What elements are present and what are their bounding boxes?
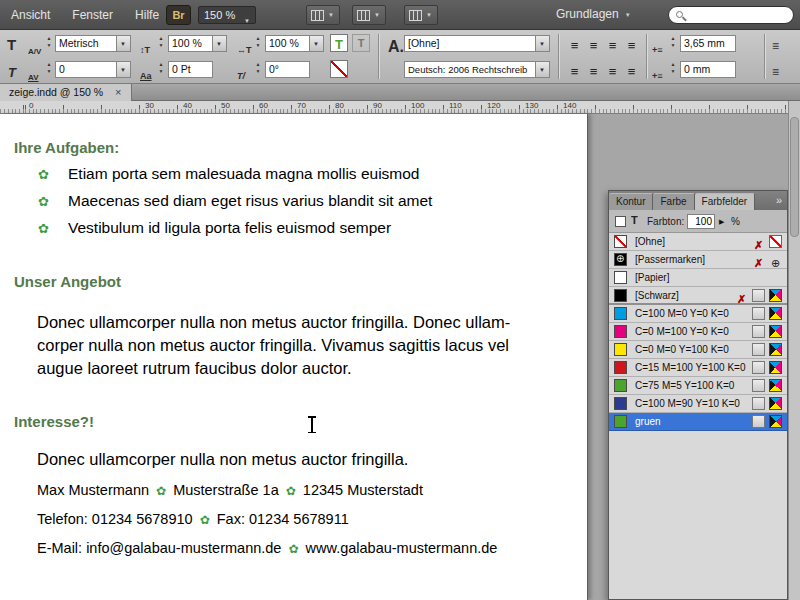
horizontal-scale-stepper[interactable] [253,35,263,52]
container-proxy-icon[interactable] [615,216,626,227]
document-page[interactable]: Ihre Aufgaben: ✿Etiam porta sem malesuad… [0,114,588,600]
kerning-dropdown[interactable] [117,35,131,52]
panel-options-icon[interactable] [772,62,779,80]
zoom-level-dropdown[interactable]: 150 % [198,6,256,24]
swatch-icons [752,379,782,392]
apply-to-text-icon[interactable] [352,34,370,52]
panel-tab-farbfelder[interactable]: Farbfelder [695,193,756,210]
baseline-shift-field[interactable]: 0 Pt [168,61,213,78]
view-options-button[interactable] [306,5,340,25]
text-fill-color-indicator[interactable] [330,34,348,52]
justify-button[interactable] [623,35,640,51]
swatch-icons [752,235,782,248]
screen-mode-button[interactable] [352,5,386,25]
align-left-button[interactable] [566,35,583,51]
justify-left-button[interactable] [566,61,583,77]
menu-item-hilfe[interactable]: Hilfe [124,0,170,30]
horizontal-scale-field[interactable]: 100 % [265,35,310,52]
kerning-field[interactable]: Metrisch [55,35,117,52]
justify-right-button[interactable] [604,61,621,77]
vertical-scale-stepper[interactable] [156,35,166,52]
skew-field[interactable]: 0° [265,61,310,78]
vertical-scale-dropdown[interactable] [213,35,227,52]
left-indent-field[interactable]: 3,65 mm [680,35,736,52]
kerning-stepper[interactable] [44,35,54,52]
document-tab[interactable]: zeige.indd @ 150 % × [0,84,132,101]
swatch-chip [614,235,627,248]
contact-line: E-Mail: info@galabau-mustermann.de ✿ www… [37,539,497,558]
registration-icon [769,253,782,266]
swatch-row[interactable]: [Papier] [609,269,787,287]
swatch-row[interactable]: C=0 M=100 Y=0 K=0 [609,323,787,341]
workspace-switcher[interactable]: Grundlagen [556,7,635,23]
tint-value-field[interactable]: 100 [687,214,715,229]
ruler-tick-label: 100 [411,101,424,110]
tracking-field[interactable]: 0 [55,61,117,78]
swatch-chip [614,361,627,374]
contact-lines: Max Mustermann ✿ Musterstraße 1a ✿ 12345… [37,481,497,568]
bridge-button[interactable]: Br [166,5,191,25]
swatch-row[interactable]: C=75 M=5 Y=100 K=0 [609,377,787,395]
flower-bullet-icon: ✿ [38,167,68,182]
baseline-shift-stepper[interactable] [156,61,166,78]
right-indent-field[interactable]: 0 mm [680,61,736,78]
tracking-stepper[interactable] [44,61,54,78]
swatch-chip [614,253,627,266]
character-style-field[interactable]: [Ohne] [404,35,536,52]
menu-item-fenster[interactable]: Fenster [61,0,124,30]
collapse-panel-icon[interactable] [776,194,782,206]
text-proxy-icon[interactable] [631,214,638,226]
skew-stepper[interactable] [253,61,263,78]
swatch-name: C=0 M=0 Y=100 K=0 [635,344,729,355]
tint-slider-arrow-icon[interactable] [719,218,724,226]
panel-tab-kontur[interactable]: Kontur [609,193,653,210]
right-indent-icon [652,65,663,83]
character-formatting-icon-2[interactable] [8,63,16,81]
swatch-name: [Papier] [635,272,669,283]
swatch-name: C=100 M=90 Y=10 K=0 [635,398,740,409]
screen-mode-icon [357,10,370,21]
list-item: ✿Etiam porta sem malesuada magna mollis … [38,165,432,192]
tab-close-icon[interactable]: × [115,86,121,98]
swatch-row[interactable]: [Passermarken] [609,251,787,269]
menu-item-ansicht[interactable]: Ansicht [0,0,61,30]
lock-icon [752,235,765,248]
vertical-scale-field[interactable]: 100 % [168,35,213,52]
swatch-row[interactable]: C=0 M=0 Y=100 K=0 [609,341,787,359]
character-style-dropdown[interactable] [536,35,550,52]
swatch-row[interactable]: C=15 M=100 Y=100 K=0 [609,359,787,377]
language-dropdown[interactable] [536,61,550,78]
ruler-tick-label: 80 [335,101,344,110]
vertical-scrollbar[interactable] [788,101,800,600]
tint-options-row: Farbton: 100 % [609,210,787,233]
ruler-minor-ticks [0,109,800,113]
swatch-row[interactable]: C=100 M=0 Y=0 K=0 [609,305,787,323]
swatch-row[interactable]: [Schwarz] [609,287,787,305]
swatch-icons [752,343,782,356]
swatch-row[interactable]: [Ohne] [609,233,787,251]
search-input[interactable] [691,8,789,22]
text-stroke-none-indicator[interactable] [330,60,348,78]
panel-menu-icon[interactable] [772,36,779,54]
align-center-button[interactable] [585,35,602,51]
chevron-down-icon [328,12,336,20]
align-right-button[interactable] [604,35,621,51]
document-tab-bar: zeige.indd @ 150 % × [0,84,800,101]
horizontal-scale-dropdown[interactable] [310,35,324,52]
arrange-documents-button[interactable] [404,5,438,25]
left-indent-stepper[interactable] [668,35,678,52]
tracking-dropdown[interactable] [117,61,131,78]
swatch-row[interactable]: C=100 M=90 Y=10 K=0 [609,395,787,413]
character-formatting-icon[interactable] [7,36,16,54]
bullet-text: Etiam porta sem malesuada magna mollis e… [68,165,420,182]
panel-tab-farbe[interactable]: Farbe [653,193,694,210]
justify-center-button[interactable] [585,61,602,77]
ruler-tick-label: 50 [221,101,230,110]
scrollbar-thumb[interactable] [790,117,799,237]
justify-all-button[interactable] [623,61,640,77]
right-indent-stepper[interactable] [668,61,678,78]
language-field[interactable]: Deutsch: 2006 Rechtschreib [404,61,536,78]
swatch-row[interactable]: gruen [609,413,787,431]
horizontal-ruler: 030405060708090100110120130140 [0,101,800,114]
search-box[interactable] [668,6,794,24]
